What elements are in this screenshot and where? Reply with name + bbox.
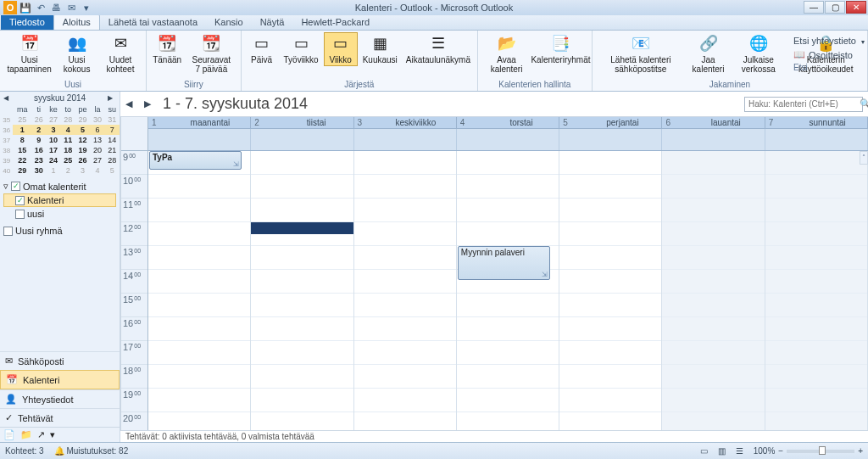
zoom-out-icon[interactable]: − xyxy=(778,446,783,456)
time-slot[interactable] xyxy=(662,175,764,199)
minical-day[interactable]: 14 xyxy=(105,135,120,145)
time-slot[interactable] xyxy=(765,294,867,317)
new-items-button[interactable]: ✉Uudet kohteet xyxy=(98,32,142,76)
minical-day[interactable]: 3 xyxy=(75,165,90,176)
time-slot[interactable] xyxy=(662,317,764,341)
minical-day[interactable]: 15 xyxy=(13,145,31,155)
minical-day[interactable]: 18 xyxy=(61,145,75,155)
time-slot[interactable] xyxy=(251,365,353,389)
time-slot[interactable] xyxy=(559,175,661,199)
time-slot[interactable] xyxy=(559,246,661,270)
view-normal-icon[interactable]: ▭ xyxy=(700,446,708,456)
time-slot[interactable] xyxy=(148,294,250,317)
checkbox-icon[interactable]: ✓ xyxy=(15,196,25,205)
time-slot[interactable] xyxy=(354,294,456,317)
time-slot[interactable] xyxy=(148,412,250,430)
time-slot[interactable] xyxy=(457,341,559,365)
time-slot[interactable] xyxy=(559,199,661,222)
time-slot[interactable] xyxy=(765,270,867,294)
folders-icon[interactable]: 📁 xyxy=(20,429,32,440)
appointment-typa[interactable]: TyPa⇲ xyxy=(149,151,242,170)
nav-calendar[interactable]: 📅Kalenteri xyxy=(0,370,120,389)
minical-day[interactable]: 30 xyxy=(90,115,104,125)
time-slot[interactable] xyxy=(148,270,250,294)
allday-slot[interactable] xyxy=(148,129,251,150)
time-slot[interactable] xyxy=(559,317,661,341)
minical-day[interactable]: 28 xyxy=(105,155,120,165)
week-view-button[interactable]: ▭Viikko xyxy=(324,32,358,66)
time-slot[interactable] xyxy=(148,199,250,222)
time-slot[interactable] xyxy=(354,317,456,341)
time-slot[interactable] xyxy=(148,317,250,341)
time-slot[interactable] xyxy=(251,294,353,317)
minical-day[interactable]: 24 xyxy=(46,155,60,165)
calendar-search[interactable]: 🔍 xyxy=(744,97,863,112)
minical-day[interactable]: 29 xyxy=(75,115,90,125)
time-slot[interactable] xyxy=(457,222,559,246)
time-slot[interactable] xyxy=(251,246,353,270)
zoom-control[interactable]: 100% − + xyxy=(754,446,863,456)
next-month-button[interactable]: ▶ xyxy=(108,94,116,103)
search-input[interactable] xyxy=(745,99,860,109)
view-reading-icon[interactable]: ▥ xyxy=(718,446,726,456)
share-calendar-button[interactable]: 🔗Jaa kalenteri xyxy=(687,32,729,76)
time-slot[interactable] xyxy=(662,151,764,175)
time-slot[interactable] xyxy=(559,151,661,175)
time-slot[interactable] xyxy=(559,389,661,412)
search-icon[interactable]: 🔍 xyxy=(860,98,868,109)
prev-month-button[interactable]: ◀ xyxy=(3,94,12,103)
tab-view[interactable]: Näytä xyxy=(252,15,293,30)
time-slot[interactable] xyxy=(765,222,867,246)
outlook-icon[interactable]: O xyxy=(3,1,17,14)
maximize-button[interactable]: ▢ xyxy=(825,1,845,14)
time-slot[interactable] xyxy=(765,151,867,175)
time-slot[interactable] xyxy=(354,175,456,199)
time-slot[interactable] xyxy=(148,246,250,270)
minical-day[interactable]: 1 xyxy=(13,125,31,135)
publish-online-button[interactable]: 🌐Julkaise verkossa xyxy=(731,32,786,76)
minical-day[interactable]: 19 xyxy=(75,145,90,155)
minical-day[interactable]: 26 xyxy=(31,115,46,125)
time-slot[interactable] xyxy=(457,294,559,317)
checkbox-icon[interactable] xyxy=(15,210,25,219)
minical-day[interactable]: 5 xyxy=(105,165,120,176)
time-slot[interactable] xyxy=(559,222,661,246)
time-slot[interactable] xyxy=(457,389,559,412)
zoom-slider[interactable] xyxy=(787,450,854,453)
nav-mail[interactable]: ✉Sähköposti xyxy=(0,351,120,370)
time-slot[interactable] xyxy=(559,341,661,365)
minical-day[interactable]: 27 xyxy=(46,115,60,125)
minical-day[interactable]: 26 xyxy=(75,155,90,165)
next-week-button[interactable]: ▶ xyxy=(144,98,156,110)
minical-day[interactable]: 11 xyxy=(61,135,75,145)
time-slot[interactable] xyxy=(251,199,353,222)
time-slot[interactable] xyxy=(457,365,559,389)
time-slot[interactable] xyxy=(354,412,456,430)
time-slot[interactable] xyxy=(765,246,867,270)
minical-day[interactable]: 30 xyxy=(31,165,46,176)
day-header[interactable]: 5perjantai xyxy=(559,117,662,128)
allday-slot[interactable] xyxy=(457,129,559,150)
time-slot[interactable] xyxy=(765,341,867,365)
tab-send-receive[interactable]: Lähetä tai vastaanota xyxy=(100,15,206,30)
zoom-in-icon[interactable]: + xyxy=(858,446,863,456)
minical-day[interactable]: 12 xyxy=(75,135,90,145)
mini-calendar[interactable]: matiketopelasu 3525262728293031361234567… xyxy=(0,104,120,176)
time-slot[interactable] xyxy=(765,317,867,341)
time-slot[interactable] xyxy=(148,365,250,389)
time-slot[interactable] xyxy=(354,246,456,270)
time-slot[interactable] xyxy=(354,151,456,175)
nav-tasks[interactable]: ✓Tehtävät xyxy=(0,408,120,427)
new-meeting-button[interactable]: 👥Uusi kokous xyxy=(57,32,97,76)
schedule-view-button[interactable]: ☰Aikataulunäkymä xyxy=(403,32,474,66)
time-slot[interactable] xyxy=(765,389,867,412)
tree-root-my-calendars[interactable]: ▿ ✓ Omat kalenterit xyxy=(3,179,116,193)
minical-day[interactable]: 23 xyxy=(31,155,46,165)
minical-day[interactable]: 10 xyxy=(46,135,60,145)
time-slot[interactable] xyxy=(662,270,764,294)
time-slot[interactable] xyxy=(251,175,353,199)
time-slot[interactable] xyxy=(354,199,456,222)
allday-slot[interactable] xyxy=(765,129,868,150)
time-slot[interactable] xyxy=(251,270,353,294)
next7-button[interactable]: 📆Seuraavat 7 päivää xyxy=(186,32,236,76)
